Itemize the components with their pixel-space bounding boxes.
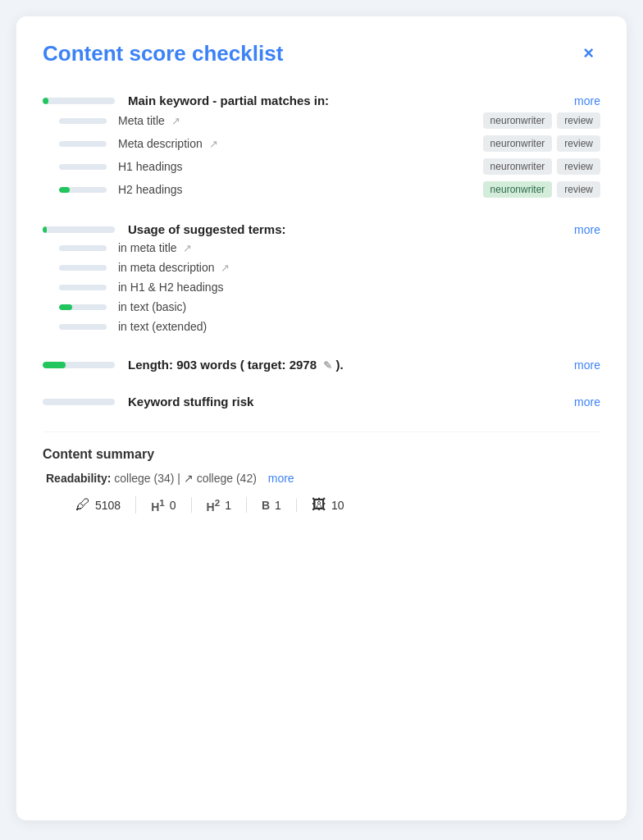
- panel-title: Content score checklist: [43, 41, 283, 66]
- meta-description-tags: neuronwriter review: [483, 135, 600, 152]
- main-keyword-more[interactable]: more: [574, 94, 600, 107]
- readability-more[interactable]: more: [268, 472, 294, 485]
- in-text-basic-label: in text (basic): [118, 300, 600, 313]
- h1-headings-progress: [59, 164, 107, 170]
- content-score-panel: Content score checklist × Main keyword -…: [16, 16, 627, 820]
- bold-value: 1: [275, 499, 281, 512]
- meta-title-edit-icon: ↗: [171, 115, 180, 127]
- h2-value: 1: [225, 499, 231, 512]
- length-row: Length: 903 words ( target: 2978 ✎ ). mo…: [43, 358, 600, 372]
- tag-review-1: review: [557, 112, 600, 129]
- in-h1-h2-row: in H1 & H2 headings: [43, 281, 600, 294]
- in-h1-h2-progress: [59, 285, 107, 290]
- in-meta-description-progress: [59, 265, 107, 271]
- h1-value: 0: [170, 499, 176, 512]
- images-icon: 🖼: [312, 496, 326, 514]
- keyword-stuffing-label: Keyword stuffing risk: [128, 395, 566, 409]
- suggested-terms-progress: [43, 226, 115, 233]
- keyword-stuffing-more[interactable]: more: [574, 395, 600, 409]
- keyword-stuffing-progress: [43, 399, 115, 405]
- in-text-extended-row: in text (extended): [43, 320, 600, 333]
- panel-header: Content score checklist ×: [43, 39, 600, 67]
- keyword-stuffing-row: Keyword stuffing risk more: [43, 395, 600, 409]
- suggested-terms-row: Usage of suggested terms: more: [43, 222, 600, 236]
- h2-headings-row: H2 headings neuronwriter review: [43, 181, 600, 198]
- meta-description-progress: [59, 141, 107, 147]
- divider: [43, 431, 600, 432]
- h2-headings-progress: [59, 187, 107, 193]
- stat-images: 🖼 10: [297, 496, 359, 514]
- content-summary-title: Content summary: [43, 447, 600, 462]
- h1-headings-row: H1 headings neuronwriter review: [43, 158, 600, 175]
- readability-label: Readability:: [46, 472, 111, 485]
- meta-title-row: Meta title ↗ neuronwriter review: [43, 112, 600, 129]
- main-keyword-row: Main keyword - partial matches in: more: [43, 94, 600, 107]
- in-meta-description-edit-icon: ↗: [221, 262, 230, 274]
- bold-icon: B: [262, 499, 270, 512]
- h2-headings-label: H2 headings: [118, 183, 477, 196]
- length-progress: [43, 362, 115, 368]
- length-label: Length: 903 words ( target: 2978 ✎ ).: [128, 358, 566, 372]
- tag-neuronwriter-3: neuronwriter: [483, 158, 553, 175]
- h1-headings-tags: neuronwriter review: [483, 158, 600, 175]
- tag-neuronwriter-4-green: neuronwriter: [483, 181, 553, 198]
- chars-icon: 🖊: [75, 496, 90, 514]
- in-meta-title-row: in meta title ↗: [43, 241, 600, 254]
- in-text-basic-row: in text (basic): [43, 300, 600, 313]
- main-keyword-label: Main keyword - partial matches in:: [128, 94, 566, 107]
- stat-h1: H1 0: [136, 497, 191, 514]
- tag-neuronwriter-2: neuronwriter: [483, 135, 553, 152]
- meta-title-tags: neuronwriter review: [483, 112, 600, 129]
- stat-bold: B 1: [247, 499, 297, 512]
- readability-row: Readability: college (34) | ↗ college (4…: [43, 472, 600, 485]
- stat-chars: 🖊 5108: [75, 496, 136, 514]
- length-fill: [43, 362, 66, 368]
- h2-headings-tags: neuronwriter review: [483, 181, 600, 198]
- content-summary-section: Content summary Readability: college (34…: [43, 447, 600, 514]
- tag-neuronwriter-1: neuronwriter: [483, 112, 553, 129]
- meta-title-label: Meta title ↗: [118, 114, 477, 127]
- tag-review-2: review: [557, 135, 600, 152]
- suggested-terms-label: Usage of suggested terms:: [128, 222, 566, 236]
- stats-row: 🖊 5108 H1 0 H2 1 B 1 🖼 10: [43, 496, 600, 514]
- chars-value: 5108: [95, 499, 121, 512]
- in-meta-description-label: in meta description ↗: [118, 261, 600, 274]
- h1-headings-label: H1 headings: [118, 160, 477, 173]
- meta-description-edit-icon: ↗: [209, 138, 218, 150]
- meta-description-label: Meta description ↗: [118, 137, 477, 150]
- stat-h2: H2 1: [192, 497, 247, 514]
- h1-icon: H1: [151, 497, 165, 514]
- images-value: 10: [331, 499, 344, 512]
- in-meta-title-label: in meta title ↗: [118, 241, 600, 254]
- in-meta-title-progress: [59, 245, 107, 251]
- meta-title-progress: [59, 118, 107, 124]
- readability-value: college (34) | ↗ college (42): [114, 472, 260, 485]
- suggested-terms-fill: [43, 226, 47, 233]
- main-keyword-progress: [43, 98, 115, 104]
- in-text-extended-label: in text (extended): [118, 320, 600, 333]
- in-text-extended-progress: [59, 324, 107, 330]
- h2-icon: H2: [207, 497, 221, 514]
- in-meta-description-row: in meta description ↗: [43, 261, 600, 274]
- meta-description-row: Meta description ↗ neuronwriter review: [43, 135, 600, 152]
- main-keyword-fill: [43, 98, 48, 104]
- in-h1-h2-label: in H1 & H2 headings: [118, 281, 600, 294]
- suggested-terms-more[interactable]: more: [574, 223, 600, 236]
- in-meta-title-edit-icon: ↗: [183, 242, 192, 254]
- length-edit-icon: ✎: [323, 359, 332, 372]
- length-more[interactable]: more: [574, 358, 600, 372]
- tag-review-4: review: [557, 181, 600, 198]
- tag-review-3: review: [557, 158, 600, 175]
- close-button[interactable]: ×: [577, 39, 600, 67]
- in-text-basic-progress: [59, 304, 107, 310]
